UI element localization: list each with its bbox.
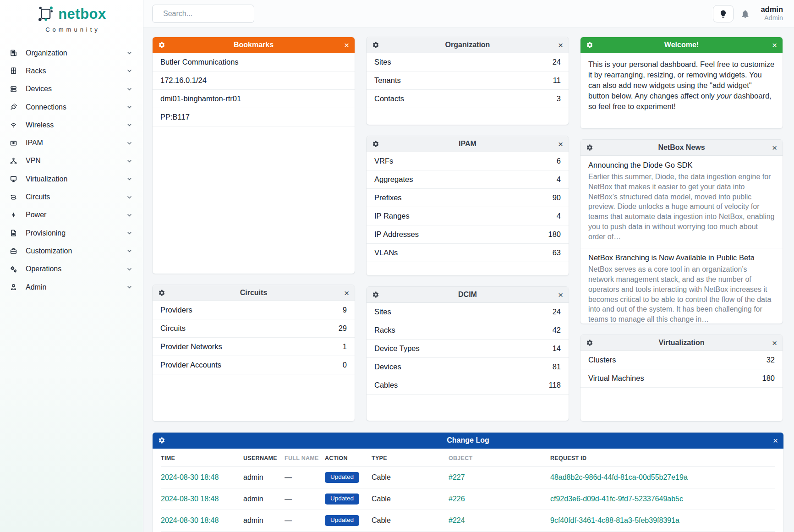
gear-icon[interactable] <box>158 437 165 444</box>
bookmark-link[interactable]: dmi01-binghamton-rtr01 <box>160 94 241 103</box>
stat-value: 1 <box>343 342 347 351</box>
stat-row: IP Addresses180 <box>367 225 569 244</box>
changelog-time-link[interactable]: 2024-08-30 18:48 <box>161 495 219 503</box>
sidebar-item-ipam[interactable]: IPAM <box>0 134 143 152</box>
stat-row: Provider Networks1 <box>153 338 355 356</box>
sidebar-nav: OrganizationRacksDevicesConnectionsWirel… <box>0 44 143 296</box>
stat-link[interactable]: Sites <box>374 307 391 316</box>
changelog-requestid-link[interactable]: 48ad8b2c-986d-44fd-81ca-00d55b27e19a <box>550 473 688 481</box>
gear-icon[interactable] <box>372 291 379 298</box>
stat-link[interactable]: Racks <box>374 326 395 335</box>
stat-link[interactable]: Aggregates <box>374 175 413 184</box>
stat-link[interactable]: Sites <box>374 58 391 66</box>
stat-link[interactable]: Device Types <box>374 344 420 353</box>
sidebar-item-admin[interactable]: Admin <box>0 278 143 296</box>
notifications-button[interactable] <box>740 9 750 19</box>
stat-link[interactable]: Cables <box>374 381 398 389</box>
changelog-time-link[interactable]: 2024-08-30 18:48 <box>161 516 219 524</box>
plug-icon <box>10 103 17 111</box>
close-icon[interactable]: × <box>344 41 349 49</box>
brand-logo[interactable]: netbox Community <box>0 0 143 33</box>
sidebar-item-circuits[interactable]: Circuits <box>0 188 143 206</box>
close-icon[interactable]: × <box>773 436 778 445</box>
chevron-down-icon <box>126 176 133 182</box>
widget-title: Bookmarks <box>153 41 355 49</box>
bookmark-link[interactable]: 172.16.0.1/24 <box>160 76 207 85</box>
changelog-column-header: TYPE <box>372 449 449 467</box>
monitor-icon <box>10 175 17 183</box>
stat-link[interactable]: Clusters <box>588 356 616 364</box>
stat-link[interactable]: Tenants <box>374 76 401 85</box>
stat-link[interactable]: Provider Accounts <box>160 361 221 369</box>
sidebar-item-operations[interactable]: Operations <box>0 260 143 278</box>
close-icon[interactable]: × <box>558 291 563 299</box>
close-icon[interactable]: × <box>772 339 777 347</box>
stat-value: 3 <box>557 94 561 103</box>
stat-row: Aggregates4 <box>367 170 569 189</box>
gear-icon[interactable] <box>586 144 593 151</box>
table-row: 2024-08-30 18:48admin—UpdatedCable#22748… <box>161 467 775 488</box>
search-input[interactable] <box>163 10 258 18</box>
close-icon[interactable]: × <box>772 143 777 152</box>
stat-link[interactable]: Contacts <box>374 94 404 103</box>
changelog-requestid-link[interactable]: cf92d3e6-d09d-41fc-9fd7-52337649ab5c <box>550 495 683 503</box>
stat-link[interactable]: IP Ranges <box>374 212 410 220</box>
stat-link[interactable]: Devices <box>374 362 401 371</box>
changelog-requestid-link[interactable]: 9cf40fdf-3461-4c88-81a3-5feb39f8391a <box>550 516 679 524</box>
theme-toggle-button[interactable] <box>713 5 734 22</box>
changelog-object-link[interactable]: #226 <box>449 495 465 503</box>
close-icon[interactable]: × <box>558 41 563 49</box>
stat-value: 14 <box>553 344 561 353</box>
gear-icon[interactable] <box>372 41 379 49</box>
chevron-down-icon <box>126 212 133 219</box>
changelog-time-link[interactable]: 2024-08-30 18:48 <box>161 473 219 481</box>
chevron-down-icon <box>126 158 133 165</box>
stat-link[interactable]: Circuits <box>160 324 186 333</box>
netbox-logo-icon <box>37 5 55 23</box>
news-headline-link[interactable]: NetBox Branching is Now Available in Pub… <box>588 253 775 262</box>
sidebar-item-connections[interactable]: Connections <box>0 98 143 116</box>
sidebar-item-organization[interactable]: Organization <box>0 44 143 62</box>
stat-link[interactable]: Virtual Machines <box>588 374 644 383</box>
gear-icon[interactable] <box>158 41 165 49</box>
sidebar-item-wireless[interactable]: Wireless <box>0 116 143 134</box>
news-headline-link[interactable]: Announcing the Diode Go SDK <box>588 161 775 170</box>
document-icon <box>10 229 17 237</box>
gear-icon[interactable] <box>586 41 593 49</box>
lightning-icon <box>10 211 17 219</box>
close-icon[interactable]: × <box>772 41 777 49</box>
user-role: Admin <box>761 14 783 22</box>
sidebar-item-devices[interactable]: Devices <box>0 80 143 98</box>
close-icon[interactable]: × <box>344 289 349 297</box>
gear-icon[interactable] <box>586 339 593 346</box>
user-menu[interactable]: admin Admin <box>761 5 783 22</box>
gear-icon[interactable] <box>158 289 165 296</box>
sidebar-item-label: Circuits <box>26 193 126 201</box>
stat-value: 29 <box>339 324 347 333</box>
stat-link[interactable]: Prefixes <box>374 193 402 202</box>
bookmark-link[interactable]: PP:B117 <box>160 113 190 121</box>
sidebar-item-vpn[interactable]: VPN <box>0 152 143 170</box>
stat-link[interactable]: VLANs <box>374 248 398 257</box>
sidebar-item-racks[interactable]: Racks <box>0 62 143 80</box>
stat-link[interactable]: VRFs <box>374 157 393 165</box>
bookmark-row: dmi01-binghamton-rtr01 <box>153 90 355 108</box>
stat-link[interactable]: Providers <box>160 306 192 314</box>
sidebar-item-customization[interactable]: Customization <box>0 242 143 260</box>
changelog-object-link[interactable]: #227 <box>449 473 465 481</box>
bookmark-link[interactable]: Butler Communications <box>160 58 239 66</box>
brand-name: netbox <box>58 6 106 22</box>
stat-row: Virtual Machines180 <box>580 369 783 388</box>
stat-link[interactable]: IP Addresses <box>374 230 419 239</box>
rack-icon <box>10 67 17 75</box>
stat-row: Devices81 <box>367 358 569 376</box>
close-icon[interactable]: × <box>558 140 563 148</box>
sidebar-item-provisioning[interactable]: Provisioning <box>0 224 143 242</box>
topbar: admin Admin <box>143 0 794 28</box>
sidebar-item-power[interactable]: Power <box>0 206 143 224</box>
bookmark-row: 172.16.0.1/24 <box>153 71 355 90</box>
stat-link[interactable]: Provider Networks <box>160 342 222 351</box>
sidebar-item-virtualization[interactable]: Virtualization <box>0 170 143 188</box>
changelog-object-link[interactable]: #224 <box>449 516 465 524</box>
gear-icon[interactable] <box>372 140 379 148</box>
